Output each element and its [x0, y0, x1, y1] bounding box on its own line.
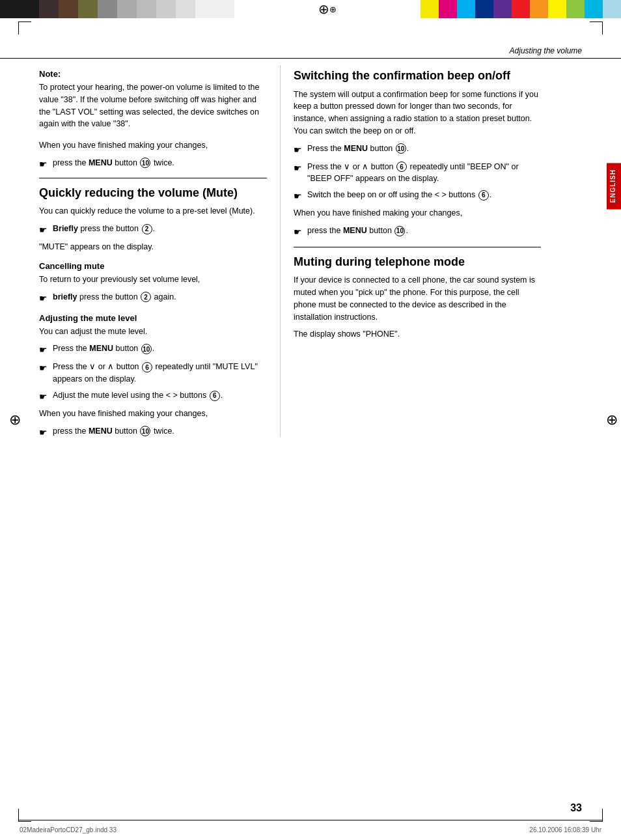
- cb-gray1: [98, 0, 117, 18]
- rc-magenta: [439, 0, 457, 18]
- right-colors: [421, 0, 621, 18]
- bullet-arrow-menu2: ☛: [39, 426, 48, 440]
- beep-bullet3: ☛ Switch the beep on or off using the < …: [294, 189, 541, 203]
- note-text: To protect your hearing, the power-on vo…: [39, 81, 267, 130]
- bullet-arrow-beep2: ☛: [294, 161, 302, 175]
- beep-section-heading: Switching the confirmation beep on/off: [294, 69, 541, 83]
- circle-10-beep1: 10: [396, 143, 406, 154]
- page-wrapper: ⊕ Adjusting the volume ENGLISH: [0, 0, 621, 840]
- page-number: 33: [570, 802, 582, 814]
- bullet-arrow-beep1: ☛: [294, 143, 302, 157]
- cancelling-mute-heading: Cancelling mute: [39, 261, 267, 271]
- circle-10-beep-end: 10: [394, 226, 405, 236]
- cb-black: [0, 0, 39, 18]
- bullet-menu-twice: ☛ press the MENU button 10 twice.: [39, 157, 267, 171]
- menu-bold-beep1: MENU: [344, 144, 368, 153]
- rc-cyan2: [585, 0, 603, 18]
- beep-menu-end-text: press the MENU button 10.: [307, 225, 541, 237]
- color-bar: ⊕: [0, 0, 621, 18]
- circle-10: 10: [140, 158, 150, 168]
- adjust-bullet3-text: Adjust the mute level using the < > butt…: [53, 389, 267, 402]
- briefly2-text: briefly press the button 2 again.: [53, 291, 267, 303]
- beep-menu-end-bullet: ☛ press the MENU button 10.: [294, 225, 541, 239]
- adjust-bullet3: ☛ Adjust the mute level using the < > bu…: [39, 389, 267, 404]
- when-finished-beep: When you have finished making your chang…: [294, 207, 541, 219]
- corner-line-tr-v: [602, 21, 603, 35]
- cb-gray3: [137, 0, 156, 18]
- rc-lime: [566, 0, 585, 18]
- page-footer: 02MadeiraPortoCD27_gb.indd 33 26.10.2006…: [20, 826, 601, 833]
- cb-gray4: [156, 0, 176, 18]
- bullet-arrow-adj1: ☛: [39, 343, 48, 357]
- menu-twice-2-bullet: ☛ press the MENU button 10 twice.: [39, 425, 267, 440]
- page-header: Adjusting the volume: [0, 41, 621, 59]
- mute-section-heading: Quickly reducing the volume (Mute): [39, 186, 267, 201]
- bottom-border: [18, 820, 603, 820]
- circle-6-adj2: 6: [142, 362, 152, 372]
- note-block: Note: To protect your hearing, the power…: [39, 69, 267, 130]
- circle-10-adj1: 10: [141, 344, 152, 354]
- mute-body: You can quickly reduce the volume to a p…: [39, 205, 267, 217]
- cb-white: [195, 0, 234, 18]
- cb-gray2: [117, 0, 137, 18]
- corner-line-tl-h: [18, 21, 31, 22]
- briefly-bullet: ☛ Briefly press the button 2.: [39, 223, 267, 237]
- circle-6-beep2: 6: [396, 161, 407, 172]
- cb-center: ⊕: [234, 0, 421, 18]
- muting-section-heading: Muting during telephone mode: [294, 255, 541, 270]
- rc-blue: [475, 0, 493, 18]
- rc-purple: [493, 0, 512, 18]
- circle-2b: 2: [141, 292, 151, 302]
- adjust-mute-heading: Adjusting the mute level: [39, 313, 267, 323]
- briefly-text: Briefly press the button 2.: [53, 223, 267, 235]
- page-title: Adjusting the volume: [510, 46, 582, 55]
- briefly2-bold: briefly: [53, 292, 77, 301]
- beep-bullet2: ☛ Press the ∨ or ∧ button 6 repeatedly u…: [294, 161, 541, 186]
- cb-dark: [39, 0, 59, 18]
- beep-bullet1-text: Press the MENU button 10.: [307, 143, 541, 155]
- beep-bullet3-text: Switch the beep on or off using the < > …: [307, 189, 541, 201]
- bullet-arrow-adj2: ☛: [39, 361, 48, 375]
- rc-cyan: [457, 0, 475, 18]
- menu-bold-2: MENU: [89, 427, 113, 436]
- cancel-mute-body: To return to your previously set volume …: [39, 273, 267, 286]
- crosshair-right: ⊕: [606, 412, 618, 428]
- beep-body: The system will output a confirmation be…: [294, 89, 541, 137]
- circle-6-beep3: 6: [478, 190, 489, 201]
- menu-bold-adj1: MENU: [89, 344, 113, 353]
- beep-bullet1: ☛ Press the MENU button 10.: [294, 143, 541, 157]
- main-content: Note: To protect your hearing, the power…: [0, 59, 621, 443]
- beep-bullet2-text: Press the ∨ or ∧ button 6 repeatedly unt…: [307, 161, 541, 186]
- adjust-bullet2: ☛ Press the ∨ or ∧ button 6 repeatedly u…: [39, 361, 267, 385]
- cb-gray5: [176, 0, 195, 18]
- footer-left: 02MadeiraPortoCD27_gb.indd 33: [20, 826, 117, 833]
- adjust-bullet2-text: Press the ∨ or ∧ button 6 repeatedly unt…: [53, 361, 267, 385]
- cb-brown: [59, 0, 78, 18]
- bullet-arrow-beep3: ☛: [294, 189, 302, 203]
- corner-br-h: [590, 821, 603, 822]
- when-finished-2: When you have finished making your chang…: [39, 408, 267, 420]
- mute-display: "MUTE" appears on the display.: [39, 241, 267, 253]
- divider-beep-muting: [294, 247, 541, 247]
- when-finished-1: When you have finished making your chang…: [39, 139, 267, 152]
- circle-10-2: 10: [140, 426, 150, 436]
- crosshair-left: ⊕: [9, 412, 21, 428]
- adjust-bullet1: ☛ Press the MENU button 10.: [39, 343, 267, 357]
- cb-olive: [78, 0, 98, 18]
- muting-body2: The display shows "PHONE".: [294, 328, 541, 341]
- circle-6-adj3: 6: [210, 391, 220, 401]
- muting-body1: If your device is connected to a cell ph…: [294, 274, 541, 323]
- bullet-arrow-briefly2: ☛: [39, 292, 48, 305]
- briefly-bold: Briefly: [53, 224, 78, 233]
- separator-1: [39, 178, 267, 178]
- corner-line-tl-v: [18, 21, 19, 35]
- bullet-arrow-beep-end: ☛: [294, 225, 302, 239]
- menu-bold-beep-end: MENU: [343, 226, 367, 235]
- menu-twice-2-text: press the MENU button 10 twice.: [53, 425, 267, 438]
- corner-bl-h: [18, 821, 31, 822]
- briefly2-bullet: ☛ briefly press the button 2 again.: [39, 291, 267, 305]
- crosshair-top: ⊕: [318, 0, 337, 18]
- corner-region: [0, 18, 621, 41]
- note-label: Note:: [39, 69, 267, 79]
- english-tab: ENGLISH: [607, 163, 621, 209]
